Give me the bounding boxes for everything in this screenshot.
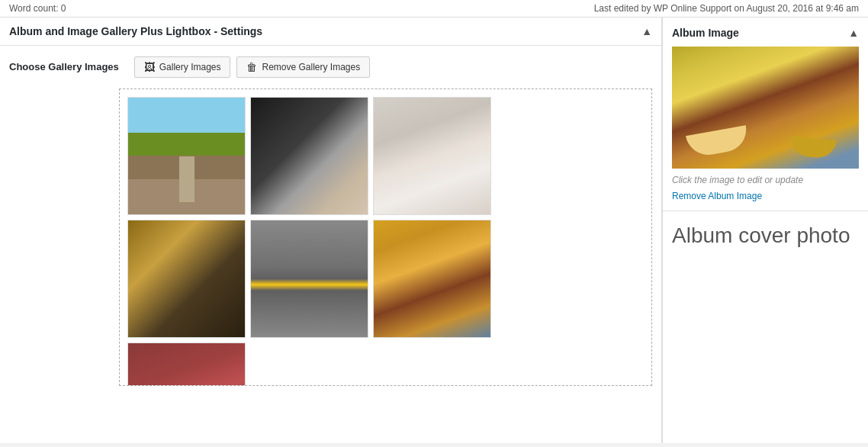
settings-header: Album and Image Gallery Plus Lightbox - … — [0, 18, 661, 46]
remove-gallery-button[interactable]: 🗑 Remove Gallery Images — [236, 56, 370, 78]
coffee-image — [374, 98, 490, 214]
gallery-grid: Album Gallery Images — [120, 89, 651, 386]
click-to-edit-text: Click the image to edit or update — [672, 175, 859, 185]
gallery-image-birds[interactable] — [250, 220, 368, 338]
boats-image — [374, 220, 490, 337]
sidebar-section-header: Album Image ▲ — [672, 27, 859, 39]
settings-title: Album and Image Gallery Plus Lightbox - … — [9, 25, 262, 37]
settings-collapse-icon[interactable]: ▲ — [641, 25, 652, 37]
album-image-title: Album Image — [672, 27, 739, 39]
birds-image — [251, 220, 368, 337]
gallery-image-phone[interactable] — [250, 97, 368, 215]
main-content: Album and Image Gallery Plus Lightbox - … — [0, 18, 662, 443]
album-cover-title: Album cover photo — [672, 224, 850, 247]
remove-gallery-icon: 🗑 — [246, 61, 257, 73]
gallery-image-road[interactable] — [127, 97, 246, 215]
album-gallery-text-cell: Album Gallery Images — [250, 342, 491, 386]
album-cover-image[interactable] — [672, 47, 859, 169]
gallery-images-label: Gallery Images — [159, 62, 221, 72]
road-image — [128, 98, 245, 214]
remove-gallery-label: Remove Gallery Images — [262, 62, 360, 72]
main-layout: Album and Image Gallery Plus Lightbox - … — [0, 18, 868, 443]
phone-image — [251, 98, 368, 214]
gallery-choose-area: Choose Gallery Images 🖼 Gallery Images 🗑… — [0, 46, 661, 88]
gallery-buttons: 🖼 Gallery Images 🗑 Remove Gallery Images — [134, 56, 370, 78]
gallery-image-coffee[interactable] — [373, 97, 491, 215]
word-count: Word count: 0 — [9, 3, 66, 14]
gallery-images-button[interactable]: 🖼 Gallery Images — [134, 56, 231, 78]
gallery-grid-wrapper[interactable]: Album Gallery Images — [119, 88, 652, 386]
album-image-section: Album Image ▲ Click the image to edit or… — [663, 18, 868, 211]
album-boats-image — [672, 47, 859, 169]
sidebar-collapse-icon[interactable]: ▲ — [848, 27, 859, 39]
sidebar: Album Image ▲ Click the image to edit or… — [662, 18, 868, 443]
remove-album-image-link[interactable]: Remove Album Image — [672, 191, 762, 201]
gallery-image-bike[interactable] — [127, 342, 246, 386]
camera-image — [128, 220, 245, 337]
gallery-images-icon: 🖼 — [144, 61, 155, 73]
gallery-image-boats[interactable] — [373, 220, 491, 338]
choose-gallery-label: Choose Gallery Images — [9, 56, 119, 72]
last-edited-text: Last edited by WP Online Support on Augu… — [594, 3, 859, 14]
album-cover-section: Album cover photo — [663, 211, 868, 260]
bike-image — [128, 343, 245, 386]
top-bar: Word count: 0 Last edited by WP Online S… — [0, 0, 868, 18]
gallery-image-camera[interactable] — [127, 220, 246, 338]
